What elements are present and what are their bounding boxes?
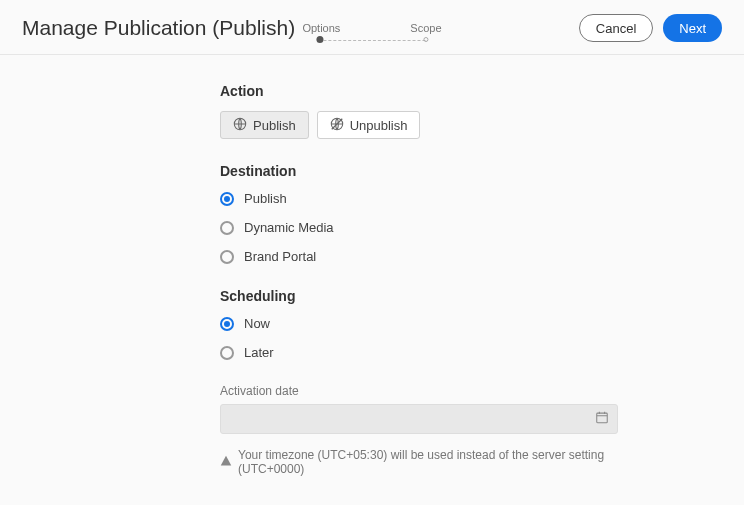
timezone-note-text: Your timezone (UTC+05:30) will be used i… <box>238 448 620 476</box>
radio-label: Brand Portal <box>244 249 316 264</box>
globe-icon <box>233 117 247 134</box>
step-dot-current <box>316 36 323 43</box>
step-label-options: Options <box>302 22 340 34</box>
scheduling-radio-now[interactable]: Now <box>220 316 620 331</box>
radio-icon <box>220 317 234 331</box>
radio-label: Publish <box>244 191 287 206</box>
cancel-button[interactable]: Cancel <box>579 14 653 42</box>
alert-icon <box>220 455 232 470</box>
next-button[interactable]: Next <box>663 14 722 42</box>
svg-rect-3 <box>597 413 608 423</box>
section-heading-destination: Destination <box>220 163 620 179</box>
destination-radio-dynamic-media[interactable]: Dynamic Media <box>220 220 620 235</box>
page-title: Manage Publication (Publish) <box>22 16 295 40</box>
radio-icon <box>220 346 234 360</box>
action-unpublish-label: Unpublish <box>350 118 408 133</box>
action-publish-button[interactable]: Publish <box>220 111 309 139</box>
step-dot-next <box>423 37 428 42</box>
action-unpublish-button[interactable]: Unpublish <box>317 111 421 139</box>
section-heading-action: Action <box>220 83 620 99</box>
action-publish-label: Publish <box>253 118 296 133</box>
radio-icon <box>220 192 234 206</box>
section-heading-scheduling: Scheduling <box>220 288 620 304</box>
step-connector <box>323 40 425 41</box>
section-activation-date: Activation date Your timezone (UTC+05:30… <box>220 384 620 476</box>
section-action: Action Publish <box>220 83 620 139</box>
action-toggle-group: Publish Unpublish <box>220 111 620 139</box>
radio-label: Later <box>244 345 274 360</box>
activation-date-label: Activation date <box>220 384 620 398</box>
globe-off-icon <box>330 117 344 134</box>
header: Manage Publication (Publish) Options Sco… <box>0 0 744 55</box>
wizard-stepper: Options Scope <box>302 22 441 43</box>
destination-radio-publish[interactable]: Publish <box>220 191 620 206</box>
timezone-note: Your timezone (UTC+05:30) will be used i… <box>220 448 620 476</box>
radio-label: Now <box>244 316 270 331</box>
activation-date-input[interactable] <box>220 404 618 434</box>
radio-icon <box>220 221 234 235</box>
step-label-scope: Scope <box>410 22 441 34</box>
scheduling-radio-later[interactable]: Later <box>220 345 620 360</box>
section-scheduling: Scheduling Now Later <box>220 288 620 360</box>
header-actions: Cancel Next <box>579 14 722 42</box>
destination-radio-brand-portal[interactable]: Brand Portal <box>220 249 620 264</box>
content: Action Publish <box>0 55 620 476</box>
radio-icon <box>220 250 234 264</box>
section-destination: Destination Publish Dynamic Media Brand … <box>220 163 620 264</box>
calendar-icon <box>595 411 609 428</box>
radio-label: Dynamic Media <box>244 220 334 235</box>
